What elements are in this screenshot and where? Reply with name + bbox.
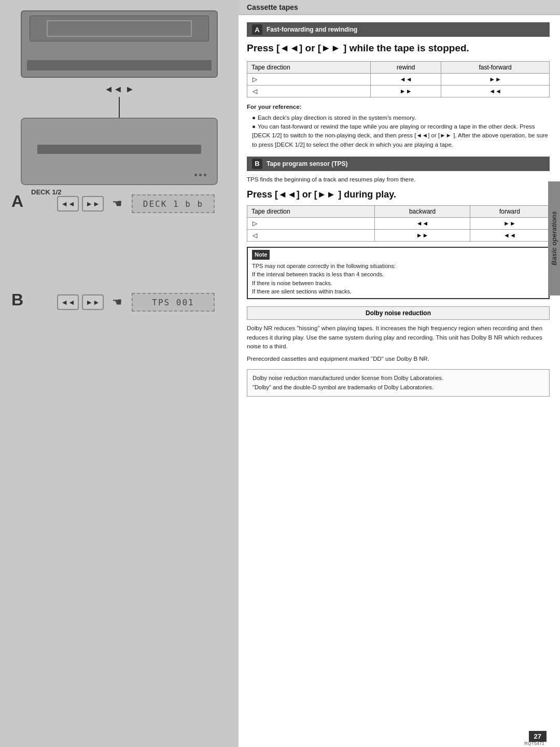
section-a-letter: A xyxy=(252,24,262,35)
side-label: Basic operations xyxy=(548,181,560,295)
section-b-controls: ◄◄ ►► ☚ TPS 001 xyxy=(31,293,215,312)
table2-row2-dir: ◁ xyxy=(247,230,375,242)
deck-slot xyxy=(37,145,201,154)
device-top-screen xyxy=(30,16,209,41)
hand-icon-b: ☚ xyxy=(112,295,122,309)
table-during-play: Tape direction backward forward ▷ ◄◄ ►► … xyxy=(247,205,550,242)
note-content: TPS may not operate correctly in the fol… xyxy=(252,262,544,296)
table1-header-direction: Tape direction xyxy=(247,61,371,73)
deck-device-illustration xyxy=(21,118,218,185)
table1-header-fastfwd: fast-forward xyxy=(441,61,550,73)
dolby-license-box: Dolby noise reduction manufactured under… xyxy=(247,369,550,397)
device-bottom-bar xyxy=(27,60,212,71)
section-b-title: Tape program sensor (TPS) xyxy=(267,160,347,167)
table1-row1-dir: ▷ xyxy=(247,73,371,85)
table-row: ▷ ◄◄ ►► xyxy=(247,73,550,85)
rqt-label: RQT5471 xyxy=(524,741,544,746)
ffwd-button-a[interactable]: ►► xyxy=(82,196,104,212)
list-item: Each deck's play direction is stored in … xyxy=(252,114,550,122)
right-panel: Cassette tapes A Fast-forwarding and rew… xyxy=(239,0,560,747)
table1-row1-ff: ►► xyxy=(441,73,550,85)
section-b-label: B xyxy=(11,290,23,309)
pointer-line xyxy=(119,97,120,118)
table2-header-forward: forward xyxy=(470,206,549,218)
page-number: 27 xyxy=(529,731,547,742)
dolby-text: Dolby NR reduces "hissing" when playing … xyxy=(247,324,550,364)
section-a-header: A Fast-forwarding and rewinding xyxy=(247,22,550,37)
tps-description: TPS finds the beginning of a track and r… xyxy=(247,175,550,184)
table1-row1-rewind: ◄◄ xyxy=(371,73,441,85)
rewind-button-b[interactable]: ◄◄ xyxy=(57,294,79,310)
display-a: DECK 1 b b xyxy=(132,194,215,213)
section-b-letter: B xyxy=(252,159,262,169)
table-fast-forward-rewind: Tape direction rewind fast-forward ▷ ◄◄ … xyxy=(247,61,550,97)
table2-row2-fwd: ◄◄ xyxy=(470,230,549,242)
content-area: A Fast-forwarding and rewinding Press [◄… xyxy=(239,15,560,747)
left-panel: ◄◄ ► DECK 1/2 A ◄◄ ►► ☚ DECK 1 b b B ◄◄ … xyxy=(0,0,239,747)
display-b: TPS 001 xyxy=(132,293,215,312)
section-b-header: B Tape program sensor (TPS) xyxy=(247,157,550,171)
table2-row2-bk: ►► xyxy=(375,230,470,242)
hand-icon-a: ☚ xyxy=(112,197,122,210)
main-heading: Press [◄◄] or [►► ] while the tape is st… xyxy=(247,42,550,55)
table-row: ▷ ◄◄ ►► xyxy=(247,218,550,230)
section-a-controls: ◄◄ ►► ☚ DECK 1 b b xyxy=(31,194,215,213)
table2-row1-bk: ◄◄ xyxy=(375,218,470,230)
note-box: Note TPS may not operate correctly in th… xyxy=(247,247,550,299)
for-reference-title: For your reference: xyxy=(247,103,550,111)
list-item: TPS may not operate correctly in the fol… xyxy=(252,262,544,271)
table-row: ◁ ►► ◄◄ xyxy=(247,85,550,97)
dolby-box-line-1: Dolby noise reduction manufactured under… xyxy=(253,374,544,383)
table-row: ◁ ►► ◄◄ xyxy=(247,230,550,242)
cassette-tapes-header: Cassette tapes xyxy=(247,3,298,11)
section-a-btn-group: ◄◄ ►► xyxy=(57,196,104,212)
list-item: If the interval between tracks is less t… xyxy=(252,270,544,279)
note-title: Note xyxy=(252,250,270,260)
deck-dots xyxy=(194,174,206,176)
dolby-box-line-2: "Dolby" and the double-D symbol are trad… xyxy=(253,383,544,392)
arrow-indicator: ◄◄ ► xyxy=(104,84,134,95)
table2-header-backward: backward xyxy=(375,206,470,218)
dolby-paragraph-1: Dolby NR reduces "hissing" when playing … xyxy=(247,324,550,351)
table2-row1-dir: ▷ xyxy=(247,218,375,230)
list-item: You can fast-forward or rewind the tape … xyxy=(252,122,550,149)
ffwd-button-b[interactable]: ►► xyxy=(82,294,104,310)
for-reference-list: Each deck's play direction is stored in … xyxy=(247,114,550,149)
section-a-title: Fast-forwarding and rewinding xyxy=(267,26,357,33)
list-item: If there is noise between tracks. xyxy=(252,279,544,288)
sub-heading: Press [◄◄] or [►► ] during play. xyxy=(247,189,550,200)
section-a-label: A xyxy=(11,192,23,211)
table2-header-direction: Tape direction xyxy=(247,206,375,218)
table1-row2-ff: ◄◄ xyxy=(441,85,550,97)
table2-row1-fwd: ►► xyxy=(470,218,549,230)
device-top-illustration xyxy=(21,10,218,78)
list-item: If there are silent sections within trac… xyxy=(252,287,544,296)
dolby-paragraph-2: Prerecorded cassettes and equipment mark… xyxy=(247,355,550,364)
table1-row2-rewind: ►► xyxy=(371,85,441,97)
table1-header-rewind: rewind xyxy=(371,61,441,73)
table1-row2-dir: ◁ xyxy=(247,85,371,97)
rewind-button-a[interactable]: ◄◄ xyxy=(57,196,79,212)
header-bar: Cassette tapes xyxy=(239,0,560,15)
for-reference-section: For your reference: Each deck's play dir… xyxy=(247,103,550,149)
dolby-section-header: Dolby noise reduction xyxy=(247,306,550,320)
section-b-btn-group: ◄◄ ►► xyxy=(57,294,104,310)
